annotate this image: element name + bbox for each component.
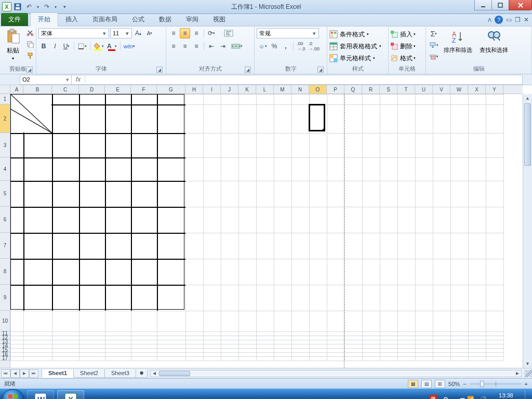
zoom-out-button[interactable]: − [463, 381, 466, 387]
col-header-V[interactable]: V [433, 85, 450, 94]
save-button[interactable] [12, 2, 23, 12]
row-header-4[interactable]: 4 [0, 157, 10, 181]
tray-security-icon[interactable]: ⚙ [442, 395, 450, 399]
delete-cells-button[interactable]: 删除▾ [391, 41, 416, 52]
row-header-17[interactable]: 17 [0, 356, 10, 361]
font-size-combo[interactable]: 11▾ [110, 28, 132, 38]
sort-filter-button[interactable]: AZ 排序和筛选 [441, 28, 475, 55]
col-header-G[interactable]: G [157, 85, 185, 94]
col-header-W[interactable]: W [450, 85, 468, 94]
col-header-O[interactable]: O [309, 85, 327, 94]
border-button[interactable]: ▾ [76, 41, 88, 51]
cell-styles-button[interactable]: 单元格样式▾ [329, 52, 375, 64]
conditional-format-button[interactable]: 条件格式▾ [329, 29, 369, 40]
col-header-Q[interactable]: Q [344, 85, 362, 94]
row-header-8[interactable]: 8 [0, 259, 10, 285]
row-header-6[interactable]: 6 [0, 207, 10, 233]
col-header-B[interactable]: B [23, 85, 52, 94]
undo-button[interactable]: ↶ [24, 2, 34, 12]
font-dialog-launcher[interactable]: ◢ [156, 66, 163, 73]
normal-view-button[interactable]: ▦ [408, 380, 418, 388]
file-tab[interactable]: 文件 [1, 13, 28, 26]
tab-view[interactable]: 视图 [206, 13, 233, 26]
fill-button[interactable]: ▾ [428, 40, 440, 50]
row-header-7[interactable]: 7 [0, 233, 10, 259]
increase-font-button[interactable]: A▴ [133, 28, 143, 38]
sheet-nav-prev[interactable]: ◀ [10, 369, 20, 378]
scroll-up-icon[interactable]: ▲ [523, 94, 532, 102]
italic-button[interactable]: I [50, 41, 60, 51]
workbook-restore-icon[interactable]: ❐ [515, 16, 521, 23]
cell-grid[interactable] [10, 94, 523, 368]
minimize-ribbon-icon[interactable]: ᐱ [488, 17, 491, 23]
sheet-tab-3[interactable]: Sheet3 [104, 369, 136, 378]
vscroll-thumb[interactable] [524, 103, 531, 166]
align-bottom-button[interactable]: ≡ [191, 28, 202, 38]
row-header-2[interactable]: 2 [0, 104, 10, 133]
decrease-indent-button[interactable]: ⇤ [206, 41, 217, 51]
tab-review[interactable]: 审阅 [179, 13, 206, 26]
sheet-nav-first[interactable]: ⏮ [1, 369, 10, 378]
format-table-button[interactable]: 套用表格格式▾ [329, 41, 381, 52]
zoom-in-button[interactable]: + [525, 381, 528, 387]
worksheet-area[interactable]: ABCDEFGHIJKLMNOPQRSTUVWXY 12345678910111… [0, 85, 532, 368]
page-layout-view-button[interactable]: ▤ [421, 380, 432, 388]
tab-insert[interactable]: 插入 [58, 13, 85, 26]
close-button[interactable] [509, 0, 532, 10]
page-break-view-button[interactable]: ⊞ [435, 380, 445, 388]
clipboard-dialog-launcher[interactable]: ◢ [26, 66, 33, 73]
row-header-5[interactable]: 5 [0, 181, 10, 207]
help-icon[interactable]: ? [495, 16, 503, 24]
col-header-F[interactable]: F [131, 85, 157, 94]
new-sheet-button[interactable]: ✸ [136, 369, 148, 378]
row-header-10[interactable]: 10 [0, 311, 10, 331]
col-header-L[interactable]: L [256, 85, 274, 94]
vertical-scrollbar[interactable]: ▲ ▼ [523, 94, 532, 368]
hscroll-thumb[interactable] [159, 371, 190, 376]
workbook-minimize-icon[interactable]: ▭ [506, 16, 512, 23]
percent-button[interactable]: % [269, 41, 280, 51]
align-center-button[interactable]: ≡ [180, 41, 190, 51]
col-header-H[interactable]: H [185, 85, 203, 94]
sheet-tab-2[interactable]: Sheet2 [73, 369, 105, 378]
undo-dropdown[interactable]: ▾ [35, 2, 41, 12]
fill-color-button[interactable]: ▾ [92, 41, 105, 51]
taskbar-excel[interactable]: X [57, 390, 84, 399]
qat-customize[interactable]: ▾ [59, 2, 70, 12]
format-cells-button[interactable]: 格式▾ [391, 52, 416, 64]
col-header-S[interactable]: S [380, 85, 397, 94]
tab-layout[interactable]: 页面布局 [85, 13, 125, 26]
align-left-button[interactable]: ≡ [168, 41, 179, 51]
align-top-button[interactable]: ≡ [168, 28, 179, 38]
align-right-button[interactable]: ≡ [191, 41, 202, 51]
bold-button[interactable]: B [38, 41, 49, 51]
workbook-close-icon[interactable]: ✕ [524, 16, 529, 23]
row-headers[interactable]: 1234567891011121314151617 [0, 94, 10, 368]
autosum-button[interactable]: Σ▾ [428, 29, 440, 39]
sheet-tab-1[interactable]: Sheet1 [42, 369, 74, 378]
row-header-9[interactable]: 9 [0, 285, 10, 311]
format-painter-button[interactable] [25, 50, 35, 61]
col-header-I[interactable]: I [203, 85, 221, 94]
sheet-nav-next[interactable]: ▶ [20, 369, 29, 378]
col-header-K[interactable]: K [238, 85, 256, 94]
col-header-M[interactable]: M [274, 85, 291, 94]
redo-dropdown[interactable]: ▾ [53, 2, 58, 12]
zoom-slider[interactable] [470, 383, 522, 385]
tray-wifi-icon[interactable]: 📶 [467, 395, 475, 399]
taskbar-word[interactable]: W [27, 390, 54, 399]
col-header-U[interactable]: U [415, 85, 433, 94]
increase-decimal-button[interactable]: .00→.0 [296, 41, 307, 51]
decrease-font-button[interactable]: A▾ [144, 28, 155, 38]
number-dialog-launcher[interactable]: ◢ [317, 66, 324, 73]
comma-button[interactable]: , [281, 41, 291, 51]
row-header-1[interactable]: 1 [0, 94, 10, 104]
col-header-E[interactable]: E [105, 85, 131, 94]
col-header-R[interactable]: R [362, 85, 380, 94]
tray-network-icon[interactable]: ▁▃▅ [454, 395, 462, 399]
col-header-P[interactable]: P [327, 85, 344, 94]
wrap-text-button[interactable] [222, 28, 235, 38]
font-color-button[interactable]: A▾ [106, 41, 118, 51]
scroll-left-icon[interactable]: ◀ [151, 370, 158, 377]
merge-button[interactable]: ▾ [229, 41, 245, 51]
